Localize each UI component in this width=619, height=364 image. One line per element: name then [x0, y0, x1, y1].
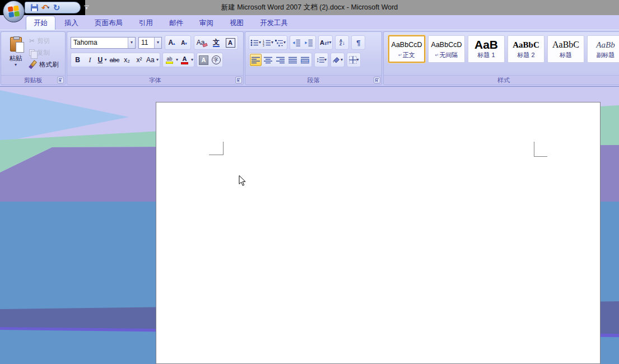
subscript-button[interactable]: x₂ [121, 54, 133, 66]
paste-caret-icon: ▾ [15, 63, 17, 67]
svg-text:3: 3 [263, 44, 264, 46]
decrease-indent-button[interactable] [291, 36, 302, 49]
redo-icon: ↻ [53, 4, 60, 12]
sort-button[interactable]: AZ ↓ [336, 36, 348, 49]
decrease-indent-icon [292, 39, 301, 46]
align-center-button[interactable] [262, 54, 274, 66]
paragraph-dialog-launcher[interactable] [374, 77, 380, 83]
line-spacing-button[interactable]: ↕ ▾ [315, 54, 327, 66]
multilevel-list-button[interactable]: ▾ [274, 36, 286, 49]
undo-caret-icon: ▾ [47, 5, 49, 10]
shading-bucket-icon [332, 56, 341, 64]
clear-formatting-button[interactable]: Aa [195, 36, 209, 49]
ribbon-tab-row: 开始 插入 页面布局 引用 邮件 审阅 视图 开发工具 [0, 15, 619, 30]
underline-button[interactable]: U ▾ [96, 54, 108, 66]
show-hide-marks-button[interactable]: ¶ [352, 36, 364, 49]
font-group-label: 字体 [67, 75, 243, 85]
line-spacing-icon [319, 57, 324, 63]
group-paragraph: ▾ 123 ▾ ▾ [245, 31, 382, 85]
customize-quick-access-button[interactable]: ▾ [83, 3, 90, 12]
font-name-combobox[interactable]: Tahoma ▾ [71, 37, 136, 49]
paste-button[interactable]: 粘贴 ▾ [4, 35, 27, 75]
undo-button[interactable]: ↶▾ [41, 3, 50, 13]
mouse-cursor-icon [239, 175, 246, 189]
paragraph-mark-icon: ↵ [435, 51, 439, 59]
tab-page-layout[interactable]: 页面布局 [87, 16, 130, 30]
highlight-caret-icon[interactable]: ▾ [176, 58, 178, 62]
asian-layout-icon: A [320, 39, 324, 46]
character-border-button[interactable]: A [224, 36, 237, 49]
shading-button[interactable]: ▾ [332, 54, 343, 66]
office-button[interactable] [3, 1, 25, 22]
shrink-font-button[interactable]: A [178, 36, 190, 49]
borders-button[interactable]: ▾ [348, 54, 360, 66]
increase-indent-button[interactable] [303, 36, 315, 49]
style-heading-1[interactable]: AaB 标题 1 [468, 35, 505, 63]
align-left-button[interactable] [250, 54, 262, 66]
grow-font-button[interactable]: A [166, 36, 178, 49]
numbering-button[interactable]: 123 ▾ [262, 36, 274, 49]
quick-access-toolbar: ↶▾ ↻ [25, 2, 81, 13]
font-size-caret-icon: ▾ [157, 40, 159, 45]
bold-button[interactable]: B [72, 54, 83, 66]
style-heading-2[interactable]: AaBbC 标题 2 [508, 35, 544, 63]
font-color-button[interactable]: A [179, 54, 190, 66]
tab-references[interactable]: 引用 [132, 16, 160, 30]
font-dialog-launcher[interactable] [235, 77, 242, 83]
paragraph-mark-icon: ↵ [398, 51, 402, 59]
distribute-icon [301, 57, 309, 64]
italic-button[interactable]: I [84, 54, 96, 66]
group-clipboard: 粘贴 ▾ ✂ 剪切 复制 格式刷 剪贴板 [1, 31, 66, 85]
change-case-button[interactable]: Aa ▾ [146, 54, 159, 66]
align-right-button[interactable] [274, 54, 286, 66]
title-bar[interactable]: 新建 Microsoft Word 2007 文档 (2).docx - Mic… [0, 0, 619, 15]
style-no-spacing[interactable]: AaBbCcD ↵无间隔 [428, 35, 465, 63]
superscript-button[interactable]: x² [133, 54, 145, 66]
phonetic-guide-button[interactable]: 文 [210, 36, 223, 49]
tab-insert[interactable]: 插入 [57, 16, 86, 30]
tab-review[interactable]: 审阅 [192, 16, 221, 30]
increase-indent-icon [305, 39, 313, 46]
copy-button[interactable]: 复制 [29, 48, 59, 57]
enclose-characters-button[interactable]: 字 [210, 54, 222, 66]
redo-button[interactable]: ↻ [52, 3, 61, 13]
asian-layout-button[interactable]: A ⇄ ▾ [319, 36, 332, 49]
font-color-caret-icon[interactable]: ▾ [191, 58, 193, 62]
window-title: 新建 Microsoft Word 2007 文档 (2).docx - Mic… [0, 0, 619, 15]
font-size-combobox[interactable]: 11 ▾ [138, 37, 162, 49]
format-painter-button[interactable]: 格式刷 [29, 60, 59, 69]
tab-view[interactable]: 视图 [222, 16, 251, 30]
tab-mailings[interactable]: 邮件 [162, 16, 190, 30]
margin-crop-mark-right [534, 142, 547, 157]
align-right-icon [276, 57, 285, 64]
office-logo-icon [8, 6, 20, 17]
highlight-color-swatch [166, 62, 173, 64]
character-shading-button[interactable]: A [198, 54, 210, 66]
clipboard-dialog-launcher[interactable] [57, 77, 64, 83]
group-font: Tahoma ▾ 11 ▾ A A Aa 文 A B I U ▾ abc [67, 31, 244, 85]
paragraph-group-label: 段落 [245, 75, 381, 85]
borders-icon [349, 56, 357, 64]
font-color-swatch [181, 62, 188, 64]
margin-crop-mark-left [209, 142, 224, 155]
paste-icon [10, 37, 22, 52]
font-name-caret-icon: ▾ [131, 40, 133, 45]
cut-icon: ✂ [29, 37, 35, 45]
cut-button[interactable]: ✂ 剪切 [29, 36, 59, 45]
copy-icon [29, 49, 35, 56]
style-title[interactable]: AaBbC 标题 [547, 35, 584, 63]
tab-home[interactable]: 开始 [26, 16, 55, 30]
font-size-value: 11 [141, 39, 148, 46]
distribute-button[interactable] [299, 54, 311, 66]
strikethrough-button[interactable]: abc [109, 54, 120, 66]
text-highlight-color-button[interactable]: ab [164, 54, 175, 66]
save-button[interactable] [30, 3, 39, 13]
bullets-button[interactable]: ▾ [250, 36, 262, 49]
justify-button[interactable] [287, 54, 299, 66]
tab-developer[interactable]: 开发工具 [253, 16, 295, 30]
style-subtitle[interactable]: AaBb 副标题 [587, 35, 619, 63]
change-case-caret-icon: ▾ [156, 58, 159, 62]
underline-caret-icon: ▾ [105, 58, 107, 62]
align-left-icon [252, 57, 260, 64]
style-normal[interactable]: AaBbCcD ↵正文 [388, 35, 425, 63]
